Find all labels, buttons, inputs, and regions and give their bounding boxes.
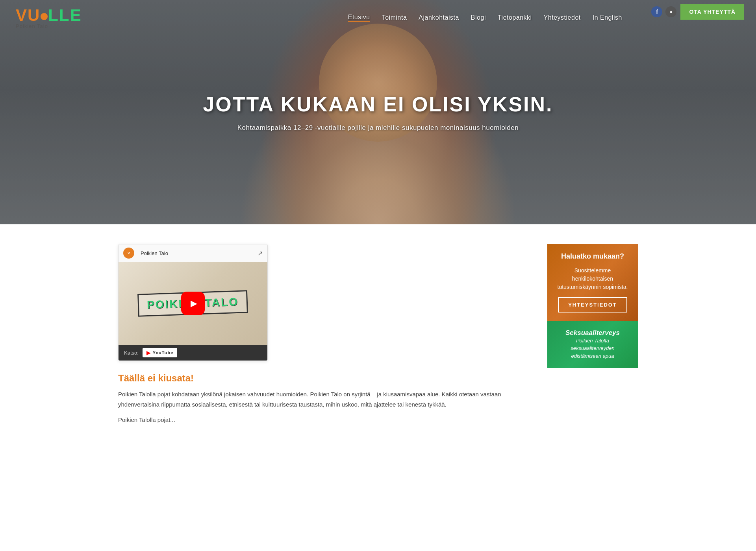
circle-icon[interactable]: ● [665,6,676,17]
orange-card: Haluatko mukaan? Suosittelemme henkilöko… [547,244,638,321]
nav-ajankohtaista[interactable]: Ajankohtaista [419,14,459,21]
play-button[interactable] [181,292,205,315]
nav-toiminta[interactable]: Toiminta [382,14,407,21]
orange-card-content: Haluatko mukaan? Suosittelemme henkilöko… [557,252,628,312]
hero-content: JOTTA KUKAAN EI OLISI YKSIN. Kohtaamispa… [195,85,561,140]
video-container[interactable]: V Poikien Talo ↗ POIKIEN TALO Katso: ▶ Y… [118,244,268,361]
video-header: V Poikien Talo ↗ [119,244,267,262]
cta-button[interactable]: OTA YHTEYTTÄ [680,4,744,20]
nav-etusivu[interactable]: Etusivu [348,14,370,22]
nav-tietopankki[interactable]: Tietopankki [498,14,532,21]
video-footer: Katso: ▶ YouTube [119,345,267,361]
nav-in-english[interactable]: In English [593,14,622,21]
orange-card-text: Suosittelemme henkilökohtaisen tutustumi… [557,266,628,291]
logo-text: VULLE [16,6,82,25]
social-icons: f ● [651,6,676,17]
yt-text: YouTube [153,350,173,355]
hero-subtitle: Kohtaamispaikka 12–29 -vuotiaille pojill… [203,124,553,132]
orange-card-title: Haluatko mukaan? [561,252,624,261]
logo-vu: VU [16,6,40,24]
top-bar: f ● OTA YHTEYTTÄ [639,0,756,24]
share-icon[interactable]: ↗ [258,250,263,257]
facebook-icon[interactable]: f [651,6,662,17]
logo: VULLE Poikien Talo [16,6,82,29]
hero-title: JOTTA KUKAAN EI OLISI YKSIN. [203,92,553,116]
yt-play-icon: ▶ [146,349,151,356]
section-text-1: Poikien Talolla pojat kohdataan yksilönä… [118,389,524,409]
contact-button[interactable]: YHTEYSTIEDOT [558,297,627,312]
katso-label: Katso: [124,350,139,356]
video-logo: V [123,248,134,259]
sign-talo: TALO [205,296,239,309]
green-card-text: Poikien Talolta seksuaaliterveyden edist… [557,337,628,360]
logo-dot [41,13,48,20]
logo-lle: LLE [48,6,82,24]
section-no-bullying: Täällä ei kiusata! Poikien Talolla pojat… [118,373,524,425]
logo-subtitle: Poikien Talo [16,23,48,29]
left-column: V Poikien Talo ↗ POIKIEN TALO Katso: ▶ Y… [118,244,524,425]
youtube-badge[interactable]: ▶ YouTube [143,348,177,357]
section-text-2: Poikien Talolla pojat... [118,415,524,425]
section-title: Täällä ei kiusata! [118,373,524,384]
nav-blogi[interactable]: Blogi [471,14,486,21]
video-body[interactable]: POIKIEN TALO [119,262,267,345]
video-channel-name: Poikien Talo [141,250,168,256]
main-content: V Poikien Talo ↗ POIKIEN TALO Katso: ▶ Y… [0,224,756,445]
main-nav: Etusivu Toiminta Ajankohtaista Blogi Tie… [348,14,622,22]
green-card-title: Seksuaaliterveys [565,329,620,337]
nav-yhteystiedot[interactable]: Yhteystiedot [544,14,581,21]
green-card: Seksuaaliterveys Poikien Talolta seksuaa… [547,321,638,368]
right-column: Haluatko mukaan? Suosittelemme henkilöko… [547,244,638,368]
